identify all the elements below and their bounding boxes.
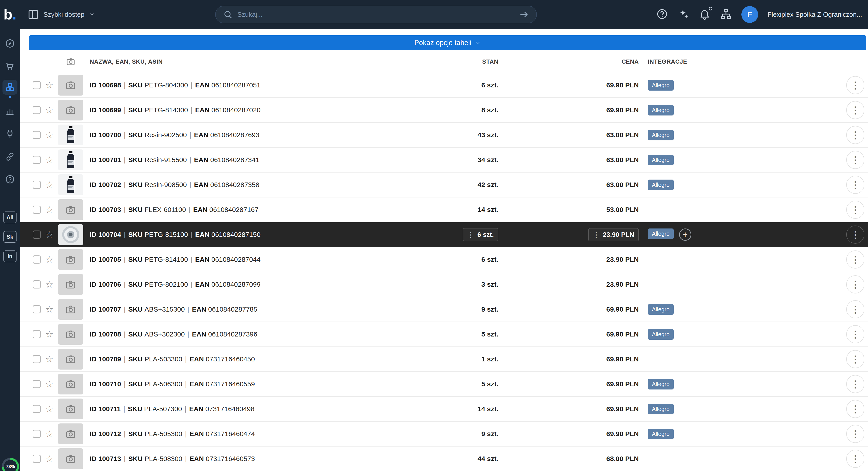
table-row[interactable]: ☆ ID 100708|SKU ABS+302300|EAN 061084028… — [20, 322, 868, 347]
sidebar-item-reports[interactable] — [0, 100, 20, 123]
integration-badge[interactable]: Allegro — [648, 379, 674, 389]
stock-edit-button[interactable]: ⋮6 szt. — [463, 228, 498, 241]
favorite-star-icon[interactable]: ☆ — [45, 180, 54, 190]
row-checkbox[interactable] — [33, 330, 41, 338]
product-thumbnail[interactable] — [58, 224, 83, 245]
product-thumbnail[interactable] — [58, 274, 83, 295]
ai-sparkles-icon[interactable] — [678, 8, 689, 21]
integration-badge[interactable]: Allegro — [648, 304, 674, 315]
account-company-name[interactable]: Flexiplex Spółka Z Ograniczon... — [768, 11, 862, 18]
row-checkbox[interactable] — [33, 430, 41, 438]
submit-arrow-icon[interactable] — [519, 10, 529, 19]
favorite-star-icon[interactable]: ☆ — [45, 329, 54, 339]
row-menu-button[interactable]: ⋮ — [846, 151, 864, 169]
favorite-star-icon[interactable]: ☆ — [45, 429, 54, 439]
row-checkbox[interactable] — [33, 81, 41, 89]
product-name[interactable]: ID 100708|SKU ABS+302300|EAN 06108402873… — [90, 331, 417, 338]
storage-progress-ring[interactable]: 73% — [2, 458, 19, 471]
row-menu-button[interactable]: ⋮ — [846, 126, 864, 144]
search-input[interactable] — [238, 11, 514, 18]
row-menu-button[interactable]: ⋮ — [846, 176, 864, 194]
row-checkbox[interactable] — [33, 405, 41, 413]
table-row[interactable]: ☆ ID 100712|SKU PLA-505300|EAN 073171646… — [20, 421, 868, 446]
integration-badge[interactable]: Allegro — [648, 429, 674, 439]
integration-badge[interactable]: Allegro — [648, 105, 674, 116]
integration-badge[interactable]: Allegro — [648, 130, 674, 140]
favorite-star-icon[interactable]: ☆ — [45, 404, 54, 414]
table-row[interactable]: ☆ ID 100707|SKU ABS+315300|EAN 061084028… — [20, 297, 868, 322]
product-name[interactable]: ID 100703|SKU FLEX-601100|EAN 0610840287… — [90, 206, 417, 214]
table-row[interactable]: ☆ ID 100709|SKU PLA-503300|EAN 073171646… — [20, 347, 868, 372]
product-thumbnail[interactable] — [58, 324, 83, 345]
table-row[interactable]: ☆ ID 100702|SKU Resin-908500|EAN 0610840… — [20, 172, 868, 197]
product-thumbnail[interactable] — [58, 75, 83, 96]
sidebar-item-products[interactable] — [0, 77, 20, 100]
quick-access-button[interactable]: Szybki dostęp — [28, 9, 95, 20]
row-menu-button[interactable]: ⋮ — [846, 300, 864, 318]
row-checkbox[interactable] — [33, 230, 41, 239]
integration-badge[interactable]: Allegro — [648, 180, 674, 190]
row-menu-button[interactable]: ⋮ — [846, 225, 864, 244]
favorite-star-icon[interactable]: ☆ — [45, 304, 54, 314]
table-row[interactable]: ☆ ID 100706|SKU PETG-802100|EAN 06108402… — [20, 272, 868, 297]
product-name[interactable]: ID 100713|SKU PLA-508300|EAN 07317164605… — [90, 455, 417, 463]
sidebar-shortcut-all[interactable]: All — [3, 212, 17, 223]
integration-badge[interactable]: Allegro — [648, 155, 674, 165]
row-checkbox[interactable] — [33, 106, 41, 114]
sidebar-shortcut-in[interactable]: In — [3, 250, 17, 262]
product-name[interactable]: ID 100704|SKU PETG-815100|EAN 0610840287… — [90, 231, 417, 239]
product-thumbnail[interactable] — [58, 150, 83, 170]
product-name[interactable]: ID 100705|SKU PETG-814100|EAN 0610840287… — [90, 256, 417, 263]
favorite-star-icon[interactable]: ☆ — [45, 279, 54, 289]
row-menu-button[interactable]: ⋮ — [846, 275, 864, 293]
table-row[interactable]: ☆ ID 100713|SKU PLA-508300|EAN 073171646… — [20, 446, 868, 471]
product-thumbnail[interactable] — [58, 199, 83, 220]
add-integration-plus-icon[interactable]: + — [679, 228, 691, 241]
product-name[interactable]: ID 100707|SKU ABS+315300|EAN 06108402877… — [90, 306, 417, 313]
avatar[interactable]: F — [741, 6, 758, 23]
favorite-star-icon[interactable]: ☆ — [45, 230, 54, 240]
row-menu-button[interactable]: ⋮ — [846, 101, 864, 119]
table-options-banner[interactable]: Pokaż opcje tabeli — [29, 35, 866, 50]
organization-icon[interactable] — [720, 8, 732, 21]
row-checkbox[interactable] — [33, 280, 41, 288]
favorite-star-icon[interactable]: ☆ — [45, 454, 54, 464]
row-menu-button[interactable]: ⋮ — [846, 375, 864, 393]
table-row[interactable]: ☆ ID 100699|SKU PETG-814300|EAN 06108402… — [20, 98, 868, 123]
sidebar-item-help[interactable] — [0, 168, 20, 191]
product-name[interactable]: ID 100702|SKU Resin-908500|EAN 061084028… — [90, 181, 417, 189]
product-thumbnail[interactable] — [58, 249, 83, 270]
favorite-star-icon[interactable]: ☆ — [45, 379, 54, 389]
row-menu-button[interactable]: ⋮ — [846, 250, 864, 269]
integration-badge[interactable]: Allegro — [648, 80, 674, 91]
favorite-star-icon[interactable]: ☆ — [45, 254, 54, 264]
sidebar-item-connect[interactable] — [0, 145, 20, 168]
table-row[interactable]: ☆ ID 100703|SKU FLEX-601100|EAN 06108402… — [20, 197, 868, 222]
integration-badge[interactable]: Allegro — [648, 228, 674, 239]
row-checkbox[interactable] — [33, 305, 41, 313]
sidebar-item-dashboard[interactable] — [0, 32, 20, 55]
product-name[interactable]: ID 100711|SKU PLA-507300|EAN 07317164604… — [90, 405, 417, 413]
favorite-star-icon[interactable]: ☆ — [45, 205, 54, 215]
row-menu-button[interactable]: ⋮ — [846, 425, 864, 443]
sidebar-shortcut-sk[interactable]: Sk — [3, 231, 17, 243]
row-checkbox[interactable] — [33, 455, 41, 463]
notifications-bell-icon[interactable] — [699, 8, 711, 21]
table-row[interactable]: ☆ ID 100700|SKU Resin-902500|EAN 0610840… — [20, 123, 868, 148]
table-row[interactable]: ☆ ID 100704|SKU PETG-815100|EAN 06108402… — [20, 222, 868, 247]
product-name[interactable]: ID 100706|SKU PETG-802100|EAN 0610840287… — [90, 281, 417, 288]
row-checkbox[interactable] — [33, 156, 41, 164]
product-thumbnail[interactable] — [58, 423, 83, 444]
product-thumbnail[interactable] — [58, 125, 83, 145]
product-name[interactable]: ID 100712|SKU PLA-505300|EAN 07317164604… — [90, 430, 417, 438]
row-checkbox[interactable] — [33, 131, 41, 139]
table-row[interactable]: ☆ ID 100698|SKU PETG-804300|EAN 06108402… — [20, 73, 868, 98]
table-row[interactable]: ☆ ID 100711|SKU PLA-507300|EAN 073171646… — [20, 397, 868, 421]
row-checkbox[interactable] — [33, 181, 41, 189]
row-menu-button[interactable]: ⋮ — [846, 450, 864, 468]
favorite-star-icon[interactable]: ☆ — [45, 354, 54, 364]
app-logo[interactable]: b. — [0, 6, 20, 23]
integration-badge[interactable]: Allegro — [648, 404, 674, 414]
sidebar-item-integrations[interactable] — [0, 123, 20, 145]
sidebar-item-orders[interactable] — [0, 55, 20, 77]
